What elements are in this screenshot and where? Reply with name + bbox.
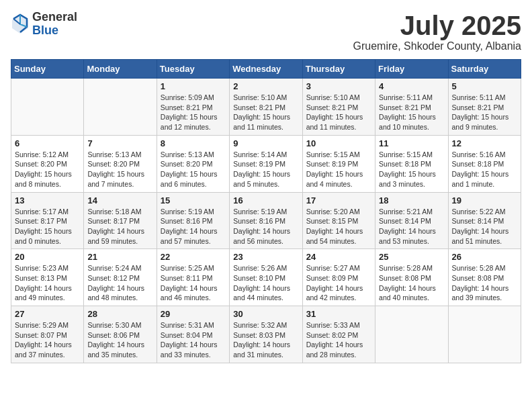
day-info: Sunrise: 5:19 AM Sunset: 8:16 PM Dayligh… <box>233 207 298 246</box>
day-info: Sunrise: 5:18 AM Sunset: 8:17 PM Dayligh… <box>87 207 152 246</box>
day-number: 11 <box>379 138 444 148</box>
day-number: 27 <box>15 309 80 319</box>
title-area: July 2025 Gruemire, Shkoder County, Alba… <box>353 11 522 52</box>
day-info: Sunrise: 5:20 AM Sunset: 8:15 PM Dayligh… <box>306 207 371 246</box>
day-number: 25 <box>379 252 444 262</box>
day-info: Sunrise: 5:15 AM Sunset: 8:18 PM Dayligh… <box>379 150 444 189</box>
calendar-cell <box>84 79 157 136</box>
calendar-cell: 11Sunrise: 5:15 AM Sunset: 8:18 PM Dayli… <box>375 135 448 192</box>
day-info: Sunrise: 5:28 AM Sunset: 8:08 PM Dayligh… <box>379 263 444 303</box>
calendar-cell: 5Sunrise: 5:11 AM Sunset: 8:21 PM Daylig… <box>448 79 521 136</box>
day-number: 16 <box>233 195 298 205</box>
day-number: 19 <box>452 195 517 205</box>
day-number: 8 <box>161 138 226 148</box>
day-info: Sunrise: 5:22 AM Sunset: 8:14 PM Dayligh… <box>452 207 517 246</box>
day-number: 12 <box>452 138 517 148</box>
calendar-week-2: 6Sunrise: 5:12 AM Sunset: 8:20 PM Daylig… <box>11 135 521 192</box>
calendar-cell: 29Sunrise: 5:31 AM Sunset: 8:04 PM Dayli… <box>157 306 229 363</box>
day-info: Sunrise: 5:19 AM Sunset: 8:16 PM Dayligh… <box>161 207 226 246</box>
day-info: Sunrise: 5:30 AM Sunset: 8:06 PM Dayligh… <box>87 320 152 360</box>
calendar-cell: 17Sunrise: 5:20 AM Sunset: 8:15 PM Dayli… <box>302 192 375 249</box>
day-info: Sunrise: 5:17 AM Sunset: 8:17 PM Dayligh… <box>15 207 80 246</box>
day-info: Sunrise: 5:10 AM Sunset: 8:21 PM Dayligh… <box>233 93 298 132</box>
day-info: Sunrise: 5:13 AM Sunset: 8:20 PM Dayligh… <box>87 150 152 189</box>
day-number: 18 <box>379 195 444 205</box>
calendar-week-1: 1Sunrise: 5:09 AM Sunset: 8:21 PM Daylig… <box>11 79 521 136</box>
calendar-cell: 8Sunrise: 5:13 AM Sunset: 8:20 PM Daylig… <box>157 135 229 192</box>
calendar-cell: 20Sunrise: 5:23 AM Sunset: 8:13 PM Dayli… <box>11 249 84 306</box>
day-number: 20 <box>15 252 80 262</box>
day-info: Sunrise: 5:10 AM Sunset: 8:21 PM Dayligh… <box>306 93 371 132</box>
day-number: 10 <box>306 138 371 148</box>
calendar-cell: 21Sunrise: 5:24 AM Sunset: 8:12 PM Dayli… <box>84 249 157 306</box>
month-title: July 2025 <box>353 11 522 40</box>
day-info: Sunrise: 5:24 AM Sunset: 8:12 PM Dayligh… <box>87 263 152 303</box>
calendar-cell: 7Sunrise: 5:13 AM Sunset: 8:20 PM Daylig… <box>84 135 157 192</box>
day-info: Sunrise: 5:25 AM Sunset: 8:11 PM Dayligh… <box>161 263 226 303</box>
calendar-body: 1Sunrise: 5:09 AM Sunset: 8:21 PM Daylig… <box>11 79 521 363</box>
calendar-cell: 16Sunrise: 5:19 AM Sunset: 8:16 PM Dayli… <box>230 192 302 249</box>
logo-text: General Blue <box>32 11 77 38</box>
calendar-week-3: 13Sunrise: 5:17 AM Sunset: 8:17 PM Dayli… <box>11 192 521 249</box>
day-number: 14 <box>87 195 152 205</box>
calendar-cell: 28Sunrise: 5:30 AM Sunset: 8:06 PM Dayli… <box>84 306 157 363</box>
calendar-cell <box>375 306 448 363</box>
header-cell-wednesday: Wednesday <box>230 60 302 79</box>
logo-blue: Blue <box>32 24 77 38</box>
day-number: 24 <box>306 252 371 262</box>
day-info: Sunrise: 5:15 AM Sunset: 8:19 PM Dayligh… <box>306 150 371 189</box>
header-row: SundayMondayTuesdayWednesdayThursdayFrid… <box>11 60 521 79</box>
calendar-cell: 22Sunrise: 5:25 AM Sunset: 8:11 PM Dayli… <box>157 249 229 306</box>
calendar-cell: 2Sunrise: 5:10 AM Sunset: 8:21 PM Daylig… <box>230 79 302 136</box>
calendar-cell: 6Sunrise: 5:12 AM Sunset: 8:20 PM Daylig… <box>11 135 84 192</box>
logo-icon <box>11 13 30 35</box>
header-cell-thursday: Thursday <box>302 60 375 79</box>
page-header: General Blue July 2025 Gruemire, Shkoder… <box>11 11 521 52</box>
day-number: 28 <box>87 309 152 319</box>
calendar-table: SundayMondayTuesdayWednesdayThursdayFrid… <box>11 59 521 363</box>
day-info: Sunrise: 5:11 AM Sunset: 8:21 PM Dayligh… <box>379 93 444 132</box>
day-info: Sunrise: 5:29 AM Sunset: 8:07 PM Dayligh… <box>15 320 80 360</box>
day-info: Sunrise: 5:31 AM Sunset: 8:04 PM Dayligh… <box>161 320 226 360</box>
day-info: Sunrise: 5:12 AM Sunset: 8:20 PM Dayligh… <box>15 150 80 189</box>
calendar-cell: 24Sunrise: 5:27 AM Sunset: 8:09 PM Dayli… <box>302 249 375 306</box>
logo-general: General <box>32 11 77 24</box>
day-number: 21 <box>87 252 152 262</box>
calendar-cell: 13Sunrise: 5:17 AM Sunset: 8:17 PM Dayli… <box>11 192 84 249</box>
calendar-cell: 14Sunrise: 5:18 AM Sunset: 8:17 PM Dayli… <box>84 192 157 249</box>
day-info: Sunrise: 5:16 AM Sunset: 8:18 PM Dayligh… <box>452 150 517 189</box>
calendar-cell: 19Sunrise: 5:22 AM Sunset: 8:14 PM Dayli… <box>448 192 521 249</box>
day-number: 17 <box>306 195 371 205</box>
header-cell-tuesday: Tuesday <box>157 60 229 79</box>
calendar-cell: 30Sunrise: 5:32 AM Sunset: 8:03 PM Dayli… <box>230 306 302 363</box>
calendar-cell: 3Sunrise: 5:10 AM Sunset: 8:21 PM Daylig… <box>302 79 375 136</box>
header-cell-monday: Monday <box>84 60 157 79</box>
day-number: 9 <box>233 138 298 148</box>
day-info: Sunrise: 5:14 AM Sunset: 8:19 PM Dayligh… <box>233 150 298 189</box>
day-number: 3 <box>306 81 371 91</box>
day-number: 1 <box>161 81 226 91</box>
location-subtitle: Gruemire, Shkoder County, Albania <box>353 40 522 52</box>
calendar-cell: 23Sunrise: 5:26 AM Sunset: 8:10 PM Dayli… <box>230 249 302 306</box>
day-info: Sunrise: 5:11 AM Sunset: 8:21 PM Dayligh… <box>452 93 517 132</box>
day-info: Sunrise: 5:33 AM Sunset: 8:02 PM Dayligh… <box>306 320 371 360</box>
day-number: 5 <box>452 81 517 91</box>
day-info: Sunrise: 5:27 AM Sunset: 8:09 PM Dayligh… <box>306 263 371 303</box>
day-number: 30 <box>233 309 298 319</box>
calendar-cell: 15Sunrise: 5:19 AM Sunset: 8:16 PM Dayli… <box>157 192 229 249</box>
day-info: Sunrise: 5:28 AM Sunset: 8:08 PM Dayligh… <box>452 263 517 303</box>
calendar-cell <box>11 79 84 136</box>
day-number: 7 <box>87 138 152 148</box>
day-number: 15 <box>161 195 226 205</box>
day-number: 22 <box>161 252 226 262</box>
day-info: Sunrise: 5:13 AM Sunset: 8:20 PM Dayligh… <box>161 150 226 189</box>
day-number: 13 <box>15 195 80 205</box>
logo: General Blue <box>11 11 77 38</box>
calendar-cell: 12Sunrise: 5:16 AM Sunset: 8:18 PM Dayli… <box>448 135 521 192</box>
calendar-cell: 4Sunrise: 5:11 AM Sunset: 8:21 PM Daylig… <box>375 79 448 136</box>
calendar-cell: 25Sunrise: 5:28 AM Sunset: 8:08 PM Dayli… <box>375 249 448 306</box>
day-number: 29 <box>161 309 226 319</box>
calendar-week-5: 27Sunrise: 5:29 AM Sunset: 8:07 PM Dayli… <box>11 306 521 363</box>
calendar-cell: 26Sunrise: 5:28 AM Sunset: 8:08 PM Dayli… <box>448 249 521 306</box>
calendar-cell: 9Sunrise: 5:14 AM Sunset: 8:19 PM Daylig… <box>230 135 302 192</box>
